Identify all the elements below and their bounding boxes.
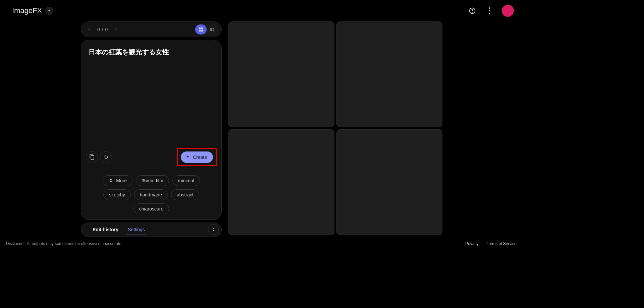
left-column: 0 / 0 日本の紅葉を観光する女性 xyxy=(81,21,222,237)
prompt-card: 日本の紅葉を観光する女性 Create xyxy=(81,40,222,220)
brand-dropdown[interactable] xyxy=(45,7,53,15)
style-chip[interactable]: chiaroscuro xyxy=(133,203,169,214)
top-bar: ImageFX xyxy=(0,0,523,21)
style-chips: More 35mm film minimal sketchy handmade … xyxy=(81,171,221,220)
help-button[interactable] xyxy=(467,5,478,16)
arrow-left-icon xyxy=(87,27,92,32)
image-grid xyxy=(228,21,442,237)
prompt-input[interactable]: 日本の紅葉を観光する女性 xyxy=(81,40,221,144)
more-menu-button[interactable] xyxy=(484,5,495,16)
grid-icon xyxy=(198,27,204,32)
style-chip[interactable]: handmade xyxy=(134,189,168,200)
tab-edit-history[interactable]: Edit history xyxy=(88,223,123,237)
more-label: More xyxy=(116,178,127,183)
style-chip[interactable]: minimal xyxy=(172,175,200,186)
reload-icon xyxy=(108,178,113,183)
history-next-button[interactable] xyxy=(113,26,119,33)
tab-settings[interactable]: Settings xyxy=(123,223,150,237)
sparkle-icon xyxy=(185,155,190,160)
bottom-tabs: Edit history Settings xyxy=(81,223,222,237)
grid-view-button[interactable] xyxy=(195,24,207,35)
topbar-right xyxy=(467,5,514,17)
tos-link[interactable]: Terms of Service xyxy=(487,241,517,246)
image-slot[interactable] xyxy=(228,21,334,127)
history-arrows: 0 / 0 xyxy=(86,26,119,33)
create-highlight: Create xyxy=(177,148,217,166)
expand-button[interactable] xyxy=(208,224,219,235)
compare-icon xyxy=(210,27,215,32)
style-chip[interactable]: abstract xyxy=(171,189,199,200)
history-prev-button[interactable] xyxy=(86,26,93,33)
unfold-icon xyxy=(211,227,216,232)
brand[interactable]: ImageFX xyxy=(12,6,53,15)
compare-view-button[interactable] xyxy=(207,24,218,35)
kebab-icon xyxy=(489,7,490,9)
refresh-button[interactable] xyxy=(100,151,112,163)
view-toggle xyxy=(195,24,219,35)
privacy-link[interactable]: Privacy xyxy=(465,241,478,246)
help-icon xyxy=(469,7,476,14)
history-count: 0 / 0 xyxy=(97,27,108,32)
more-chip[interactable]: More xyxy=(103,175,132,186)
image-slot[interactable] xyxy=(336,21,442,127)
image-slot[interactable] xyxy=(228,129,334,235)
refresh-icon xyxy=(103,154,109,160)
history-nav: 0 / 0 xyxy=(81,21,222,37)
avatar[interactable] xyxy=(502,5,514,17)
copy-icon xyxy=(89,154,95,160)
workspace: 0 / 0 日本の紅葉を観光する女性 xyxy=(81,21,442,237)
style-chip[interactable]: sketchy xyxy=(103,189,130,200)
brand-name: ImageFX xyxy=(12,6,42,15)
disclaimer: Disclaimer: AI outputs may sometimes be … xyxy=(6,241,121,246)
prompt-footer: Create xyxy=(81,145,221,171)
footer: Disclaimer: AI outputs may sometimes be … xyxy=(0,237,523,250)
caret-down-icon xyxy=(48,9,51,12)
content: 0 / 0 日本の紅葉を観光する女性 xyxy=(0,21,523,237)
create-button[interactable]: Create xyxy=(181,151,213,163)
arrow-right-icon xyxy=(113,27,119,32)
copy-button[interactable] xyxy=(86,151,98,163)
create-label: Create xyxy=(193,155,207,160)
style-chip[interactable]: 35mm film xyxy=(136,175,169,186)
footer-links: Privacy Terms of Service xyxy=(465,241,517,246)
image-slot[interactable] xyxy=(336,129,442,235)
